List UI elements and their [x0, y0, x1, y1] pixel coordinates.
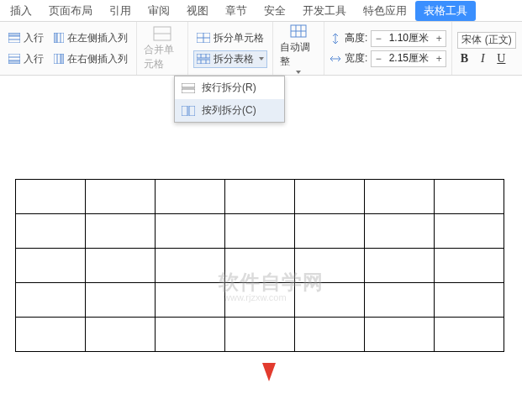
chevron-down-icon	[259, 57, 264, 60]
svg-rect-22	[197, 60, 210, 64]
table-cell[interactable]	[156, 318, 225, 352]
document-canvas[interactable]: 软件自学网 www.rjzxw.com	[0, 76, 522, 420]
height-spinner[interactable]: − 1.10厘米 +	[371, 30, 446, 47]
table-cell[interactable]	[295, 249, 365, 283]
table-cell[interactable]	[365, 214, 435, 249]
table-cell[interactable]	[225, 180, 295, 214]
menu-chapter[interactable]: 章节	[217, 0, 256, 22]
svg-rect-35	[182, 106, 187, 116]
table-cell[interactable]	[435, 249, 504, 283]
menu-page-layout[interactable]: 页面布局	[40, 0, 101, 22]
width-value[interactable]: 2.15厘米	[385, 51, 432, 66]
table-cell[interactable]	[295, 214, 365, 249]
table-row	[16, 214, 504, 249]
ribbon-group-split: 拆分单元格 拆分表格	[188, 22, 273, 75]
insert-col-left-button[interactable]: 在左侧插入列	[50, 29, 131, 47]
insert-row-icon	[8, 33, 20, 43]
table-cell[interactable]	[16, 249, 86, 283]
table-cell[interactable]	[225, 318, 295, 352]
table-row	[16, 180, 504, 214]
menu-references[interactable]: 引用	[101, 0, 140, 22]
insert-row-above-button[interactable]: 入行	[5, 29, 47, 47]
table-cell[interactable]	[156, 180, 225, 214]
merge-cells-icon	[153, 26, 171, 41]
menu-insert[interactable]: 插入	[2, 0, 40, 22]
font-family-select[interactable]: 宋体 (正文)	[457, 32, 516, 49]
svg-rect-21	[197, 54, 210, 58]
italic-button[interactable]: I	[476, 52, 489, 66]
insert-row-below-label: 入行	[24, 52, 44, 66]
split-cell-label: 拆分单元格	[214, 31, 264, 45]
table-cell[interactable]	[295, 318, 365, 352]
split-table-icon	[197, 54, 210, 64]
insert-row-below-button[interactable]: 入行	[5, 50, 47, 68]
menu-features[interactable]: 特色应用	[355, 0, 415, 22]
table-cell[interactable]	[16, 214, 86, 249]
split-by-col-item[interactable]: 按列拆分(C)	[175, 99, 284, 122]
table-cell[interactable]	[156, 214, 225, 249]
table-cell[interactable]	[156, 283, 225, 318]
split-cell-button[interactable]: 拆分单元格	[193, 29, 267, 47]
split-table-dropdown: 按行拆分(R) 按列拆分(C)	[174, 76, 285, 123]
table-cell[interactable]	[365, 283, 435, 318]
table-cell[interactable]	[435, 214, 504, 249]
table-cell[interactable]	[86, 249, 156, 283]
insert-col-right-label: 在右侧插入列	[67, 52, 128, 66]
menu-review[interactable]: 审阅	[140, 0, 178, 22]
table-cell[interactable]	[86, 214, 156, 249]
table-cell[interactable]	[16, 180, 86, 214]
table-row	[16, 318, 504, 352]
autofit-button[interactable]: 自动调整	[278, 22, 319, 76]
insert-col-left-icon	[54, 33, 64, 43]
ribbon-group-autofit: 自动调整	[273, 22, 324, 75]
table-cell[interactable]	[435, 283, 504, 318]
height-value[interactable]: 1.10厘米	[385, 31, 432, 45]
menu-table-tools[interactable]: 表格工具	[415, 1, 476, 21]
svg-rect-3	[8, 33, 20, 36]
row-height-icon	[330, 33, 341, 45]
split-row-icon	[182, 83, 195, 93]
height-increment[interactable]: +	[432, 31, 446, 46]
table-cell[interactable]	[365, 180, 435, 214]
ribbon-group-insert: 入行 在左侧插入列 入行 在右侧插入列	[0, 22, 137, 75]
svg-rect-11	[8, 60, 20, 64]
menu-security[interactable]: 安全	[256, 0, 294, 22]
menu-view[interactable]: 视图	[178, 0, 217, 22]
split-table-button[interactable]: 拆分表格	[193, 50, 267, 68]
width-label: 宽度:	[345, 51, 367, 66]
table-cell[interactable]	[16, 318, 86, 352]
table-cell[interactable]	[16, 283, 86, 318]
table-cell[interactable]	[295, 283, 365, 318]
table-cell[interactable]	[156, 249, 225, 283]
table-cell[interactable]	[225, 249, 295, 283]
font-family-value: 宋体 (正文)	[461, 33, 511, 47]
table-cell[interactable]	[86, 283, 156, 318]
split-by-row-label: 按行拆分(R)	[202, 81, 256, 95]
width-spinner[interactable]: − 2.15厘米 +	[371, 50, 446, 67]
table-cell[interactable]	[295, 180, 365, 214]
table-cell[interactable]	[365, 249, 435, 283]
document-table[interactable]	[15, 179, 504, 352]
bold-button[interactable]: B	[457, 52, 471, 66]
width-increment[interactable]: +	[432, 51, 446, 66]
height-decrement[interactable]: −	[372, 31, 385, 46]
split-cell-icon	[197, 33, 210, 43]
svg-marker-38	[262, 363, 276, 381]
split-by-row-item[interactable]: 按行拆分(R)	[175, 76, 284, 99]
chevron-down-icon	[296, 71, 301, 74]
table-row	[16, 283, 504, 318]
table-cell[interactable]	[365, 318, 435, 352]
ribbon-group-dimensions: 高度: − 1.10厘米 + 宽度: − 2.15厘米 +	[324, 22, 452, 75]
merge-cells-button[interactable]: 合并单元格	[142, 24, 182, 73]
table-cell[interactable]	[225, 283, 295, 318]
table-cell[interactable]	[435, 180, 504, 214]
underline-button[interactable]: U	[494, 52, 508, 66]
table-cell[interactable]	[86, 180, 156, 214]
table-cell[interactable]	[86, 318, 156, 352]
autofit-icon	[289, 24, 308, 39]
menu-dev-tools[interactable]: 开发工具	[294, 0, 355, 22]
width-decrement[interactable]: −	[372, 51, 385, 66]
table-cell[interactable]	[435, 318, 504, 352]
table-cell[interactable]	[225, 214, 295, 249]
insert-col-right-button[interactable]: 在右侧插入列	[50, 50, 131, 68]
